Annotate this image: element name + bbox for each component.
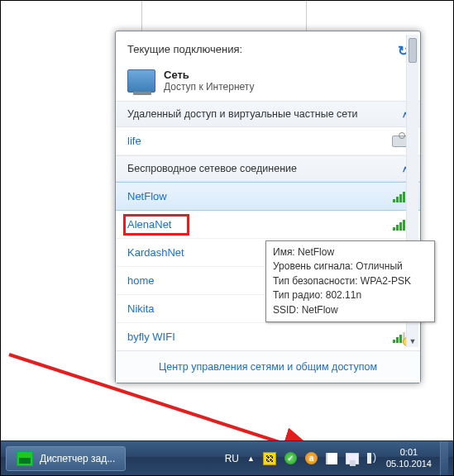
network-flyout: Текущие подключения: ↻ Сеть Доступ к Инт… — [115, 31, 421, 383]
scroll-down-icon[interactable]: ▼ — [407, 335, 418, 347]
tooltip-line: Уровень сигнала: Отличный — [273, 259, 428, 274]
taskbar-clock[interactable]: 0:01 05.10.2014 — [386, 447, 432, 469]
language-indicator[interactable]: RU — [225, 453, 239, 464]
taskbar-app-label: Диспетчер зад... — [40, 453, 115, 464]
taskbar-app-button[interactable]: Диспетчер зад... — [6, 446, 126, 471]
volume-icon[interactable] — [367, 453, 378, 464]
tooltip-line: Имя: NetFlow — [273, 245, 428, 259]
network-center-link[interactable]: Центр управления сетями и общим доступом — [116, 350, 420, 383]
wifi-item-label: Nikita — [127, 302, 155, 315]
clock-date: 05.10.2014 — [386, 459, 432, 469]
tooltip-line: Тип безопасности: WPA2-PSK — [273, 274, 428, 288]
tooltip-line: Тип радио: 802.11n — [273, 288, 428, 302]
scroll-thumb[interactable] — [409, 38, 417, 63]
computer-icon — [127, 69, 155, 93]
wifi-item-byfly[interactable]: byfly WIFI ! — [116, 323, 420, 350]
wifi-item-label: KardashNet — [127, 246, 184, 259]
section-dialup-label: Удаленный доступ и виртуальные частные с… — [127, 108, 358, 120]
wifi-item-label: byfly WIFI — [127, 331, 175, 343]
section-wireless-label: Беспроводное сетевое соединение — [127, 163, 297, 174]
tray-icon[interactable]: ✓ — [284, 452, 297, 464]
wifi-item-label: NetFlow — [127, 190, 167, 202]
dialup-item-label: life — [127, 135, 141, 147]
tooltip-line: SSID: NetFlow — [273, 303, 428, 317]
section-dialup[interactable]: Удаленный доступ и виртуальные частные с… — [116, 101, 420, 127]
annotation-highlight — [123, 214, 189, 236]
wifi-item-label: home — [127, 274, 155, 287]
taskbar: Диспетчер зад... RU ▲ ✓ a 0:01 05.10.201… — [1, 440, 453, 475]
current-network-access: Доступ к Интернету — [164, 81, 254, 93]
task-manager-icon — [17, 451, 33, 466]
flyout-title: Текущие подключения: — [127, 43, 242, 55]
action-center-icon[interactable] — [326, 453, 337, 464]
wifi-tooltip: Имя: NetFlow Уровень сигнала: Отличный Т… — [265, 240, 435, 322]
network-tray-icon[interactable] — [346, 453, 359, 464]
system-tray: RU ▲ ✓ a 0:01 05.10.2014 — [225, 441, 453, 476]
dialup-item-life[interactable]: life — [116, 127, 420, 155]
current-connection: Сеть Доступ к Интернету — [116, 67, 420, 101]
tray-icon[interactable] — [263, 452, 276, 465]
current-network-name: Сеть — [164, 69, 254, 81]
clock-time: 0:01 — [386, 447, 432, 458]
wifi-item-netflow[interactable]: NetFlow — [116, 182, 420, 211]
tray-overflow-icon[interactable]: ▲ — [247, 455, 255, 463]
show-desktop-button[interactable] — [440, 441, 448, 476]
section-wireless[interactable]: Беспроводное сетевое соединение ᴧ — [116, 155, 420, 182]
tray-icon[interactable]: a — [305, 452, 318, 464]
